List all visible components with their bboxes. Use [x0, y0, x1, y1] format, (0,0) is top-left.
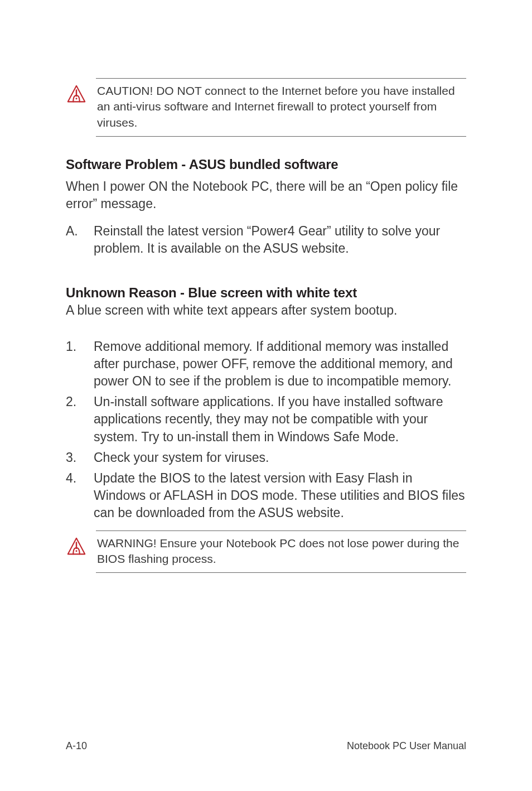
- svg-point-3: [75, 550, 77, 552]
- section2-heading: Unknown Reason - Blue screen with white …: [66, 285, 466, 301]
- page-footer: A-10 Notebook PC User Manual: [66, 740, 466, 752]
- list-marker: 1.: [66, 338, 94, 390]
- list-item: A. Reinstall the latest version “Power4 …: [66, 223, 466, 257]
- list-content: Un-install software applications. If you…: [94, 393, 466, 445]
- list-content: Check your system for viruses.: [94, 449, 466, 466]
- section1-heading: Software Problem - ASUS bundled software: [66, 157, 466, 172]
- svg-point-1: [75, 98, 77, 99]
- list-item: 1. Remove additional memory. If addition…: [66, 338, 466, 390]
- warning-text-bottom: WARNING! Ensure your Notebook PC does no…: [97, 536, 466, 567]
- list-marker: A.: [66, 223, 94, 257]
- list-content: Remove additional memory. If additional …: [94, 338, 466, 390]
- list-marker: 4.: [66, 470, 94, 522]
- list-item: 2. Un-install software applications. If …: [66, 393, 466, 445]
- footer-title: Notebook PC User Manual: [347, 740, 466, 752]
- list-marker: 3.: [66, 449, 94, 466]
- section1-list: A. Reinstall the latest version “Power4 …: [66, 223, 466, 257]
- list-item: 4. Update the BIOS to the latest version…: [66, 470, 466, 522]
- caution-text-top: CAUTION! DO NOT connect to the Internet …: [97, 83, 466, 131]
- caution-icon: [66, 537, 87, 558]
- caution-box-top: CAUTION! DO NOT connect to the Internet …: [96, 78, 466, 137]
- list-content: Reinstall the latest version “Power4 Gea…: [94, 223, 466, 257]
- page-number: A-10: [66, 740, 87, 752]
- section2-list: 1. Remove additional memory. If addition…: [66, 338, 466, 521]
- section2-intro: A blue screen with white text appears af…: [66, 302, 466, 319]
- list-content: Update the BIOS to the latest version wi…: [94, 470, 466, 522]
- warning-box-bottom: WARNING! Ensure your Notebook PC does no…: [96, 530, 466, 573]
- list-marker: 2.: [66, 393, 94, 445]
- section1-intro: When I power ON the Notebook PC, there w…: [66, 178, 466, 213]
- list-item: 3. Check your system for viruses.: [66, 449, 466, 466]
- caution-icon: [66, 84, 87, 105]
